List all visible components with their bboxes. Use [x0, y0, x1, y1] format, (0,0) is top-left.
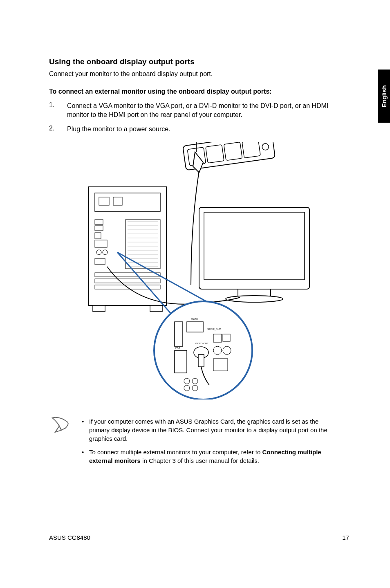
note-item: • If your computer comes with an ASUS Gr…: [82, 417, 333, 443]
svg-rect-10: [113, 197, 122, 205]
note-section: • If your computer comes with an ASUS Gr…: [49, 412, 349, 470]
svg-rect-25: [95, 226, 103, 231]
svg-point-50: [184, 385, 190, 391]
step-text: Connect a VGA monitor to the VGA port, o…: [67, 101, 349, 120]
svg-rect-45: [175, 350, 187, 373]
footer-product: ASUS CG8480: [49, 534, 90, 541]
svg-point-49: [192, 378, 198, 384]
step-item: 2. Plug the monitor to a power source.: [49, 125, 349, 134]
svg-rect-30: [95, 258, 105, 265]
note-content: • If your computer comes with an ASUS Gr…: [82, 412, 333, 470]
video-out-label: VIDEO OUT: [195, 342, 208, 345]
page-content: Using the onboard display output ports C…: [0, 0, 390, 470]
step-number: 2.: [49, 125, 56, 134]
spdif-label: SPDIF_OUT: [207, 328, 221, 330]
svg-point-29: [103, 250, 108, 255]
svg-rect-47: [198, 355, 204, 367]
intro-text: Connect your monitor to the onboard disp…: [49, 70, 349, 78]
step-text: Plug the monitor to a power source.: [67, 125, 349, 134]
step-number: 1.: [49, 101, 56, 120]
svg-rect-24: [95, 220, 103, 224]
diagram-svg: HDMI SPDIF_OUT DVI VIDEO OUT: [76, 142, 322, 399]
bullet: •: [82, 448, 85, 465]
svg-point-48: [184, 378, 190, 384]
svg-rect-31: [95, 273, 160, 277]
svg-rect-37: [204, 212, 305, 280]
note-list: • If your computer comes with an ASUS Gr…: [82, 417, 333, 465]
note-text: If your computer comes with an ASUS Grap…: [89, 417, 333, 443]
subsection-title: To connect an external monitor using the…: [49, 88, 349, 95]
svg-point-51: [192, 385, 198, 391]
svg-rect-9: [99, 197, 109, 205]
svg-rect-53: [223, 334, 230, 341]
svg-rect-44: [187, 322, 203, 332]
svg-rect-3: [224, 142, 242, 161]
language-tab: English: [378, 70, 390, 123]
svg-rect-26: [95, 233, 101, 239]
svg-rect-35: [150, 305, 162, 312]
dvi-label: DVI: [175, 347, 180, 350]
svg-rect-11: [126, 220, 160, 269]
svg-rect-2: [206, 145, 224, 163]
svg-rect-4: [242, 142, 260, 158]
page-footer: ASUS CG8480 17: [49, 534, 349, 541]
pencil-icon: [49, 414, 74, 434]
note-text: To connect multiple external monitors to…: [89, 448, 333, 465]
steps-list: 1. Connect a VGA monitor to the VGA port…: [49, 101, 349, 134]
hdmi-label: HDMI: [191, 317, 198, 320]
svg-rect-43: [175, 322, 183, 346]
note-icon: [49, 414, 74, 470]
note-item: • To connect multiple external monitors …: [82, 448, 333, 465]
svg-point-54: [213, 346, 222, 355]
svg-rect-32: [95, 279, 160, 283]
svg-rect-52: [213, 334, 222, 342]
language-label: English: [381, 85, 388, 107]
bullet: •: [82, 417, 85, 443]
step-item: 1. Connect a VGA monitor to the VGA port…: [49, 101, 349, 120]
section-title: Using the onboard display output ports: [49, 57, 349, 66]
connection-diagram: HDMI SPDIF_OUT DVI VIDEO OUT: [76, 142, 322, 399]
svg-rect-27: [95, 240, 107, 247]
svg-point-55: [223, 346, 231, 355]
svg-rect-34: [93, 305, 105, 312]
footer-page-number: 17: [342, 534, 349, 541]
svg-point-28: [96, 250, 101, 255]
svg-rect-56: [213, 359, 228, 371]
